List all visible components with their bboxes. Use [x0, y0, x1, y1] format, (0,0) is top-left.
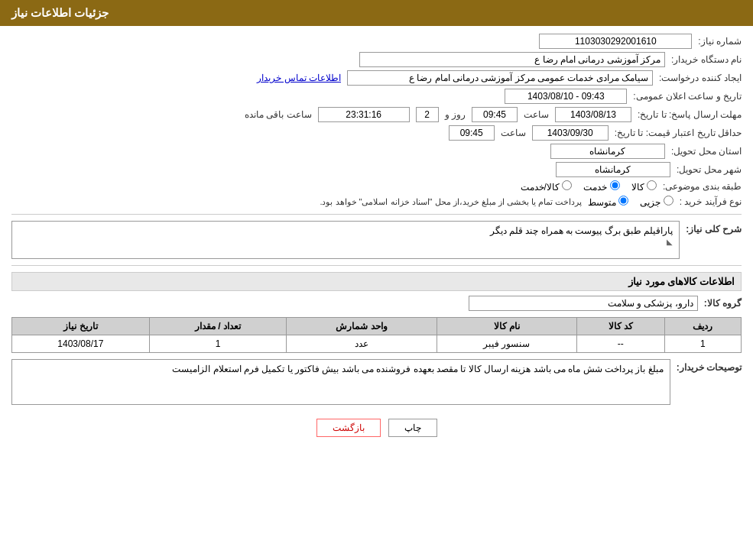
button-row: چاپ بازگشت — [11, 419, 742, 437]
col-tedad: تعداد / مقدار — [149, 318, 287, 335]
row-noe-farayand: نوع فرآیند خرید : جزیی متوسط پرداخت تمام… — [11, 196, 742, 208]
shomare-niaz-label: شماره نیاز: — [698, 36, 742, 47]
nam-dastgah-value: مرکز آموزشی درمانی امام رضا ع — [359, 52, 665, 67]
divider-1 — [11, 214, 742, 215]
mohlat-label: مهلت ارسال پاسخ: تا تاریخ: — [638, 109, 742, 120]
cell-name: سنسور فیبر — [437, 335, 576, 353]
hadaqal-time-label: ساعت — [501, 128, 526, 138]
ijad-konande-link[interactable]: اطلاعات تماس خریدار — [257, 73, 341, 83]
tarikh-elan-label: تاریخ و ساعت اعلان عمومی: — [633, 91, 742, 102]
divider-2 — [11, 265, 742, 266]
main-content: شماره نیاز: 1103030292001610 نام دستگاه … — [0, 26, 753, 456]
group-kala-label: گروه کالا: — [704, 298, 742, 309]
hadaqal-date: 1403/09/30 — [532, 125, 609, 141]
noe-farayand-radio-group: جزیی متوسط — [588, 196, 673, 208]
mohlat-time: 09:45 — [472, 107, 518, 122]
kala-info-title: اطلاعات کالاهای مورد نیاز — [11, 272, 742, 291]
sharh-value: پاراقیلم طبق برگ پیوست به همراه چند قلم … — [11, 221, 680, 259]
shahr-value: کرمانشاه — [556, 162, 670, 177]
cell-tedad: 1 — [149, 335, 287, 353]
col-radif: ردیف — [664, 318, 741, 335]
col-name: نام کالا — [437, 318, 576, 335]
mohlat-date: 1403/08/13 — [555, 107, 631, 122]
kala-table: ردیف کد کالا نام کالا واحد شمارش تعداد /… — [11, 317, 742, 353]
col-vahed: واحد شمارش — [287, 318, 437, 335]
row-tabe: طبقه بندی موضوعی: کالا خدمت کالا/خدمت — [11, 180, 742, 193]
row-sharh: شرح کلی نیاز: پاراقیلم طبق برگ پیوست به … — [11, 221, 742, 259]
table-header-row: ردیف کد کالا نام کالا واحد شمارش تعداد /… — [12, 318, 742, 335]
nam-dastgah-label: نام دستگاه خریدار: — [671, 54, 742, 65]
print-button[interactable]: چاپ — [388, 419, 437, 437]
tabe-label: طبقه بندی موضوعی: — [663, 181, 742, 192]
noe-farayand-jozi-option[interactable]: جزیی — [640, 196, 673, 208]
page-wrapper: جزئیات اطلاعات نیاز شماره نیاز: 11030302… — [0, 0, 753, 560]
row-ijad-konande: ایجاد کننده درخواست: سیامک مرادی خدمات ع… — [11, 70, 742, 86]
mohlat-rooz-val: 2 — [416, 107, 439, 122]
tosih-value[interactable] — [11, 359, 670, 405]
noe-farayand-label: نوع فرآیند خرید : — [680, 196, 742, 207]
shahr-label: شهر محل تحویل: — [677, 164, 742, 175]
tabe-kala-option[interactable]: کالا — [631, 180, 657, 193]
row-shahr: شهر محل تحویل: کرمانشاه — [11, 162, 742, 177]
cell-kod: -- — [576, 335, 664, 353]
table-row: 1 -- سنسور فیبر عدد 1 1403/08/17 — [12, 335, 742, 353]
cell-radif: 1 — [664, 335, 741, 353]
shomare-niaz-value: 1103030292001610 — [539, 34, 692, 49]
row-shomare-niaz: شماره نیاز: 1103030292001610 — [11, 34, 742, 49]
ostan-value: کرمانشاه — [550, 144, 665, 159]
row-tarikh-elan: تاریخ و ساعت اعلان عمومی: 1403/08/10 - 0… — [11, 89, 742, 104]
cell-vahed: عدد — [287, 335, 437, 353]
row-hadaqal: حداقل تاریخ اعتبار قیمت: تا تاریخ: 1403/… — [11, 125, 742, 141]
tabe-khadamat-option[interactable]: خدمت — [583, 180, 619, 193]
ijad-konande-label: ایجاد کننده درخواست: — [659, 73, 742, 83]
page-header: جزئیات اطلاعات نیاز — [0, 0, 753, 26]
row-tosih: توصیحات خریدار: — [11, 359, 742, 407]
page-title: جزئیات اطلاعات نیاز — [11, 6, 109, 19]
mohlat-time-label: ساعت — [524, 109, 549, 120]
tarikh-elan-value: 1403/08/10 - 09:43 — [505, 89, 627, 104]
noe-farayand-desc: پرداخت تمام یا بخشی از مبلغ خرید،از محل … — [320, 197, 582, 207]
tabe-kala-khadamat-option[interactable]: کالا/خدمت — [521, 180, 573, 193]
mohlat-remaining: 23:31:16 — [318, 107, 410, 122]
hadaqal-label: حداقل تاریخ اعتبار قیمت: تا تاریخ: — [615, 128, 742, 138]
ostan-label: استان محل تحویل: — [671, 146, 742, 157]
tabe-radio-group: کالا خدمت کالا/خدمت — [521, 180, 657, 193]
sharh-label: شرح کلی نیاز: — [686, 224, 742, 235]
col-tarikh: تاریخ نیاز — [12, 318, 150, 335]
row-mohlat: مهلت ارسال پاسخ: تا تاریخ: 1403/08/13 سا… — [11, 107, 742, 122]
row-ostan: استان محل تحویل: کرمانشاه — [11, 144, 742, 159]
cell-tarikh: 1403/08/17 — [12, 335, 150, 353]
hadaqal-time: 09:45 — [449, 125, 495, 141]
col-kod: کد کالا — [576, 318, 664, 335]
noe-farayand-motovasat-option[interactable]: متوسط — [588, 196, 628, 208]
group-kala-value: دارو، پزشکی و سلامت — [469, 296, 698, 311]
mohlat-remaining-label: ساعت باقی مانده — [245, 109, 312, 120]
ijad-konande-value: سیامک مرادی خدمات عمومی مرکز آموزشی درما… — [347, 70, 653, 86]
back-button[interactable]: بازگشت — [316, 419, 381, 437]
row-nam-dastgah: نام دستگاه خریدار: مرکز آموزشی درمانی ام… — [11, 52, 742, 67]
tosih-container — [11, 359, 670, 407]
row-group-kala: گروه کالا: دارو، پزشکی و سلامت — [11, 296, 742, 311]
tosih-label: توصیحات خریدار: — [677, 362, 742, 373]
mohlat-rooz-label: روز و — [445, 109, 466, 120]
